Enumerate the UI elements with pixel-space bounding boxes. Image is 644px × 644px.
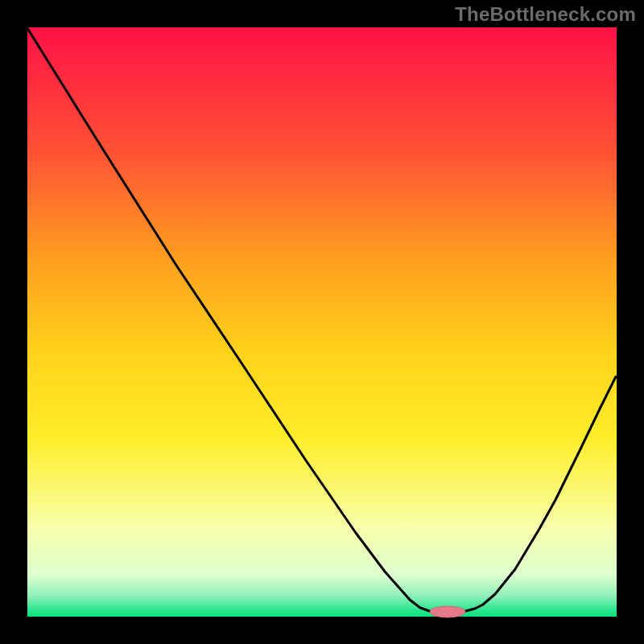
plot-background <box>27 27 617 617</box>
chart-frame: TheBottleneck.com <box>0 0 644 644</box>
optimum-marker <box>430 606 465 617</box>
bottleneck-chart <box>0 0 644 644</box>
